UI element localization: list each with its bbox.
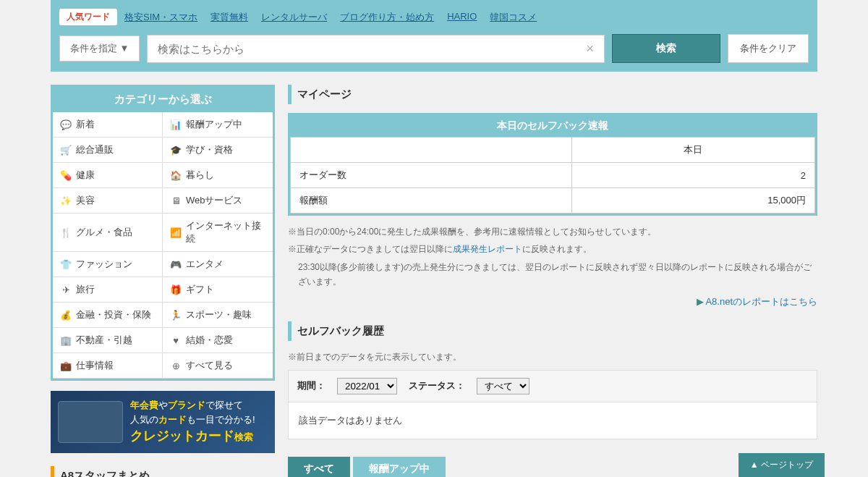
category-label: 金融・投資・保険: [76, 308, 151, 321]
search-input-wrap: ×: [147, 35, 605, 63]
status-select[interactable]: すべて: [477, 378, 529, 394]
report-note: 23:30以降(多少前後します)の売上発生分につきましては、翌日のレポートに反映…: [288, 260, 817, 290]
category-icon: ⊕: [170, 360, 182, 371]
matome-header: A8スタッフまとめ: [51, 466, 275, 477]
row-orders-label: オーダー数: [291, 163, 572, 188]
category-icon: 🏃: [170, 310, 182, 321]
category-item[interactable]: 🎁ギフト: [163, 277, 273, 303]
category-label: 美容: [76, 194, 95, 207]
category-icon: 🛒: [60, 145, 72, 156]
category-label: 新着: [76, 118, 95, 131]
category-label: 旅行: [76, 283, 95, 296]
category-label: ギフト: [186, 283, 214, 296]
category-item[interactable]: 📊報酬アップ中: [163, 112, 273, 138]
report-note: ※正確なデータにつきましては翌日以降に成果発生レポートに反映されます。: [288, 242, 817, 256]
category-icon: ♥: [170, 335, 182, 346]
category-item[interactable]: ⊕すべて見る: [163, 353, 273, 379]
category-item[interactable]: 🖥Webサービス: [163, 188, 273, 214]
popular-link[interactable]: 実質無料: [210, 11, 248, 24]
period-label: 期間：: [297, 379, 326, 392]
category-icon: ✨: [60, 195, 72, 206]
popular-link[interactable]: 格安SIM・スマホ: [124, 11, 197, 24]
category-item[interactable]: 💰金融・投資・保険: [53, 303, 163, 328]
category-icon: 👕: [60, 259, 72, 270]
history-note: ※前日までのデータを元に表示しています。: [288, 350, 817, 364]
category-item[interactable]: ✨美容: [53, 188, 163, 214]
category-icon: 🎁: [170, 284, 182, 295]
col-today: 本日: [571, 138, 814, 163]
row-orders-value: 2: [571, 163, 814, 188]
category-icon: 💬: [60, 119, 72, 130]
category-label: 不動産・引越: [76, 334, 132, 347]
status-label: ステータス：: [409, 379, 465, 392]
category-icon: 🎮: [170, 259, 182, 270]
selfback-report-panel: 本日のセルフバック速報 本日 オーダー数2 報酬額15,000円: [288, 113, 817, 216]
page-top-button[interactable]: ▲ ページトップ: [739, 453, 825, 477]
category-item[interactable]: 👕ファッション: [53, 252, 163, 277]
report-header: 本日のセルフバック速報: [290, 115, 815, 137]
category-item[interactable]: 🏠暮らし: [163, 163, 273, 188]
category-icon: 📶: [170, 227, 182, 238]
category-label: インターネット接続: [186, 219, 265, 245]
a8-report-link-wrap: ▶ A8.netのレポートはこちら: [288, 295, 817, 308]
category-item[interactable]: 💊健康: [53, 163, 163, 188]
history-filter-bar: 期間： 2022/01 ステータス： すべて: [288, 370, 817, 402]
category-item[interactable]: 🏢不動産・引越: [53, 328, 163, 353]
category-item[interactable]: ✈旅行: [53, 277, 163, 303]
popular-link[interactable]: レンタルサーバ: [261, 11, 327, 24]
category-header: カテゴリーから選ぶ: [53, 87, 273, 112]
tab-reward-up[interactable]: 報酬アップ中: [353, 457, 446, 477]
category-label: エンタメ: [186, 258, 224, 271]
category-icon: 💰: [60, 310, 72, 321]
popular-link[interactable]: 韓国コスメ: [490, 11, 537, 24]
report-table: 本日 オーダー数2 報酬額15,000円: [290, 137, 815, 214]
category-icon: 🎓: [170, 145, 182, 156]
search-input[interactable]: [148, 35, 576, 62]
category-icon: 💼: [60, 360, 72, 371]
category-label: グルメ・食品: [76, 226, 132, 239]
category-item[interactable]: ♥結婚・恋愛: [163, 328, 273, 353]
row-reward-label: 報酬額: [291, 188, 572, 214]
result-report-link[interactable]: 成果発生レポート: [453, 244, 522, 254]
condition-button[interactable]: 条件を指定 ▼: [59, 35, 140, 62]
category-icon: 🏢: [60, 335, 72, 346]
popular-link[interactable]: ブログ作り方・始め方: [340, 11, 434, 24]
history-header: セルフバック履歴: [288, 321, 817, 341]
category-label: スポーツ・趣味: [186, 308, 252, 321]
search-button[interactable]: 検索: [612, 34, 720, 63]
clear-input-icon[interactable]: ×: [576, 41, 604, 56]
row-reward-value: 15,000円: [571, 188, 814, 214]
category-item[interactable]: 🏃スポーツ・趣味: [163, 303, 273, 328]
category-label: 学び・資格: [186, 143, 233, 156]
category-item[interactable]: 💬新着: [53, 112, 163, 138]
popular-links: 格安SIM・スマホ 実質無料 レンタルサーバ ブログ作り方・始め方 HARIO …: [124, 11, 537, 24]
clear-conditions-button[interactable]: 条件をクリア: [728, 34, 809, 63]
period-select[interactable]: 2022/01: [337, 378, 397, 394]
category-item[interactable]: 🎮エンタメ: [163, 252, 273, 277]
a8-report-link[interactable]: A8.netのレポートはこちら: [705, 296, 817, 307]
category-icon: 🍴: [60, 227, 72, 238]
tab-all[interactable]: すべて: [288, 457, 350, 477]
popular-link[interactable]: HARIO: [447, 11, 477, 24]
category-icon: 💊: [60, 170, 72, 181]
category-item[interactable]: 🛒総合通販: [53, 138, 163, 163]
category-label: 報酬アップ中: [186, 118, 242, 131]
category-label: Webサービス: [186, 194, 243, 207]
credit-card-banner[interactable]: 年会費やブランドで探せて 人気のカードも一目で分かる! クレジットカード検索: [51, 391, 275, 453]
category-label: 結婚・恋愛: [186, 334, 233, 347]
category-icon: 🏠: [170, 170, 182, 181]
category-item[interactable]: 📶インターネット接続: [163, 214, 273, 252]
mypage-header: マイページ: [288, 85, 817, 104]
banner-text: 年会費やブランドで探せて 人気のカードも一目で分かる! クレジットカード検索: [130, 398, 255, 446]
category-item[interactable]: 🍴グルメ・食品: [53, 214, 163, 252]
category-panel: カテゴリーから選ぶ 💬新着📊報酬アップ中🛒総合通販🎓学び・資格💊健康🏠暮らし✨美…: [51, 85, 275, 381]
category-item[interactable]: 🎓学び・資格: [163, 138, 273, 163]
popular-words-bar: 人気ワード 格安SIM・スマホ 実質無料 レンタルサーバ ブログ作り方・始め方 …: [51, 0, 817, 34]
triangle-icon: ▶: [697, 296, 704, 307]
category-label: 健康: [76, 169, 95, 182]
no-data-message: 該当データはありません: [288, 402, 817, 439]
report-note: ※当日の0:00から24:00に発生した成果報酬を、参考用に速報情報としてお知ら…: [288, 224, 817, 239]
category-label: 暮らし: [186, 169, 214, 182]
popular-badge: 人気ワード: [59, 9, 117, 25]
category-item[interactable]: 💼仕事情報: [53, 353, 163, 379]
